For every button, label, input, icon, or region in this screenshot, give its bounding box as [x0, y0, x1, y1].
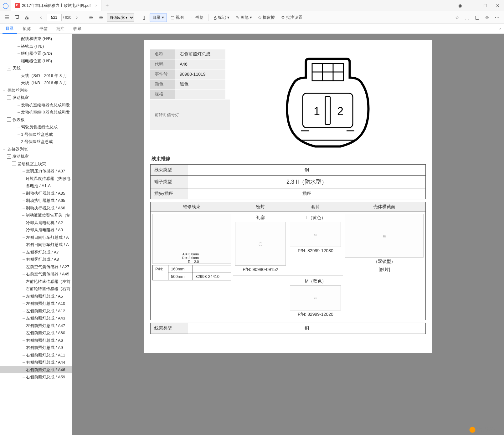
outline-item[interactable]: -发动机室: [0, 153, 72, 160]
brush-button[interactable]: ✎ 画笔 ▾: [233, 13, 255, 22]
outline-item[interactable]: –右侧前照灯总成 / A46: [0, 366, 72, 374]
outline-item[interactable]: -仪表板: [0, 116, 72, 124]
outline-item[interactable]: –制动执行器总成 / A35: [0, 190, 72, 197]
app-logo-icon: ◯: [0, 0, 11, 11]
zoom-select[interactable]: 自适应宽 ▾: [107, 13, 134, 22]
outline-item[interactable]: –左侧前照灯总成 / A10: [0, 300, 72, 307]
zoom-in-icon[interactable]: ⊕: [97, 13, 105, 22]
outline-item[interactable]: -发动机室: [0, 94, 72, 101]
tab-toc[interactable]: 目录: [3, 24, 17, 34]
outline-item[interactable]: –右侧日间行车灯总成 / A: [0, 241, 72, 248]
save-icon[interactable]: 🖫: [13, 13, 21, 22]
outline-item[interactable]: –右前轮转速传感器（右前: [0, 285, 72, 293]
outline-item[interactable]: –左前轮转速传感器（左前: [0, 278, 72, 285]
outline-item[interactable]: –冷却风扇电动机 / A2: [0, 219, 72, 227]
outline-item[interactable]: –天线（S/D、2016 年 8 月: [0, 72, 72, 79]
view-button[interactable]: ▢ 视图: [168, 13, 186, 22]
outline-item[interactable]: –左侧前照灯总成 / A47: [0, 322, 72, 330]
expand-icon[interactable]: -: [2, 147, 6, 151]
menu-icon[interactable]: ☰: [3, 13, 11, 22]
expand-icon[interactable]: -: [7, 95, 11, 100]
sync-icon[interactable]: ◉: [454, 0, 466, 11]
eraser-button[interactable]: ◇ 橡皮擦: [256, 13, 277, 22]
more-icon[interactable]: ⋯: [493, 13, 501, 22]
sidebar-close-icon[interactable]: ×: [499, 26, 501, 31]
annot-settings-button[interactable]: ⚙ 批注设置: [279, 13, 305, 22]
clipboard-icon[interactable]: ▢: [473, 13, 481, 22]
new-tab-button[interactable]: +: [101, 2, 113, 9]
page-layout-icon[interactable]: ▯: [140, 13, 148, 22]
bookmark-button[interactable]: ⫠ 书签: [188, 13, 206, 22]
outline-item[interactable]: –左前空气囊传感器 / A27: [0, 263, 72, 271]
tab-preview[interactable]: 预览: [19, 24, 34, 33]
outline-item[interactable]: –左侧日间行车灯总成 / A: [0, 234, 72, 241]
next-page-icon[interactable]: ›: [73, 13, 81, 22]
tab-annot[interactable]: 批注: [53, 24, 68, 33]
document-viewport[interactable]: 名称右侧前照灯总成 代码A46 零件号90980-11019 颜色黑色 规格 前…: [72, 34, 504, 435]
outline-item[interactable]: –发动机室继电器盒总成和发: [0, 109, 72, 116]
page-number-input[interactable]: [47, 14, 62, 21]
outline-label: 天线（H/B、2016 年 8 月: [21, 80, 67, 86]
outline-item[interactable]: –左侧前照灯总成 / A5: [0, 293, 72, 300]
outline-label: 右侧日间行车灯总成 / A: [26, 242, 69, 248]
outline-item[interactable]: –左侧雾灯总成 / A7: [0, 248, 72, 256]
star-icon[interactable]: ☆: [453, 13, 461, 22]
outline-sidebar[interactable]: –配线和线束 (H/B)–搭铁点 (H/B)–继电器位置 (S/D)–继电器位置…: [0, 34, 72, 435]
prev-page-icon[interactable]: ‹: [37, 13, 45, 22]
tab-close-icon[interactable]: ×: [95, 3, 98, 8]
outline-item[interactable]: –2 号保险丝盒总成: [0, 138, 72, 146]
print-icon[interactable]: 🖨: [23, 13, 31, 22]
outline-item[interactable]: –天线（H/B、2016 年 8 月: [0, 79, 72, 87]
expand-icon[interactable]: -: [7, 154, 11, 159]
minimize-button[interactable]: —: [466, 0, 479, 11]
outline-item[interactable]: –驾驶员侧接线盒总成: [0, 123, 72, 131]
tab-bookmark[interactable]: 书签: [36, 24, 51, 33]
outline-item[interactable]: -天线: [0, 64, 72, 72]
outline-item[interactable]: –左侧前照灯总成 / A12: [0, 307, 72, 315]
document-tab[interactable]: 2017年丰田威驰雅力士致炫电路图.pdf ×: [11, 0, 101, 11]
outline-item[interactable]: –蓄电池 / A1-A: [0, 182, 72, 190]
user-icon[interactable]: ☺: [483, 13, 491, 22]
outline-label: 左侧前照灯总成 / A10: [26, 300, 65, 307]
close-window-button[interactable]: ✕: [491, 0, 504, 11]
repair-summary-table: 线束类型铜 端子类型2.3 II（防水型） 插头/插座插座: [150, 164, 426, 199]
outline-item[interactable]: -连接器列表: [0, 146, 72, 153]
outline-label: 右侧前照灯总成 / A6: [26, 337, 63, 344]
outline-item[interactable]: –环境温度传感器（热敏电: [0, 175, 72, 182]
outline-item[interactable]: –冷却风扇电阻器 / A3: [0, 226, 72, 234]
outline-item[interactable]: –空调压力传感器 / A37: [0, 167, 72, 175]
outline-item[interactable]: –发动机室继电器盒总成和发: [0, 101, 72, 109]
zoom-out-icon[interactable]: ⊖: [87, 13, 95, 22]
expand-icon[interactable]: -: [12, 161, 16, 166]
expand-icon[interactable]: -: [7, 117, 11, 122]
outline-item[interactable]: –继电器位置 (H/B): [0, 57, 72, 65]
outline-item[interactable]: –左侧前照灯总成 / A43: [0, 315, 72, 322]
repair-parts-table: 维修线束 密封 套筒 壳体横截面 A = 3.0mm D = 2.6mm E =…: [150, 202, 426, 320]
outline-label: 2 号保险丝盒总成: [21, 139, 53, 145]
outline-item[interactable]: –右前空气囊传感器 / A45: [0, 270, 72, 278]
outline-item[interactable]: –右侧前照灯总成 / A44: [0, 359, 72, 366]
outline-item[interactable]: –左侧前照灯总成 / A60: [0, 329, 72, 337]
outline-item[interactable]: –右侧雾灯总成 / A8: [0, 256, 72, 263]
outline-item[interactable]: –右侧前照灯总成 / A9: [0, 344, 72, 351]
outline-item[interactable]: –制动执行器总成 / A66: [0, 204, 72, 212]
toc-dropdown[interactable]: 目录 ▾: [150, 13, 167, 22]
maximize-button[interactable]: ☐: [479, 0, 491, 11]
expand-icon[interactable]: -: [2, 88, 6, 92]
outline-label: 左侧前照灯总成 / A43: [26, 315, 65, 321]
outline-item[interactable]: –搭铁点 (H/B): [0, 43, 72, 50]
outline-item[interactable]: –右侧前照灯总成 / A11: [0, 351, 72, 359]
outline-item[interactable]: –右侧前照灯总成 / A6: [0, 337, 72, 344]
outline-item[interactable]: -保险丝列表: [0, 87, 72, 94]
outline-item[interactable]: -发动机室主线束: [0, 160, 72, 168]
outline-item[interactable]: –制动液液位警告开关（制: [0, 212, 72, 219]
outline-item[interactable]: –右侧前照灯总成 / A59: [0, 373, 72, 381]
outline-item[interactable]: –1 号保险丝盒总成: [0, 131, 72, 138]
outline-item[interactable]: –配线和线束 (H/B): [0, 35, 72, 43]
expand-icon[interactable]: -: [7, 66, 11, 70]
zoom-fit-icon[interactable]: ⛶: [463, 13, 471, 22]
tab-favorite[interactable]: 收藏: [70, 24, 85, 33]
mark-button[interactable]: A̲ 标记 ▾: [211, 13, 232, 22]
outline-item[interactable]: –制动执行器总成 / A65: [0, 197, 72, 204]
outline-item[interactable]: –继电器位置 (S/D): [0, 50, 72, 57]
